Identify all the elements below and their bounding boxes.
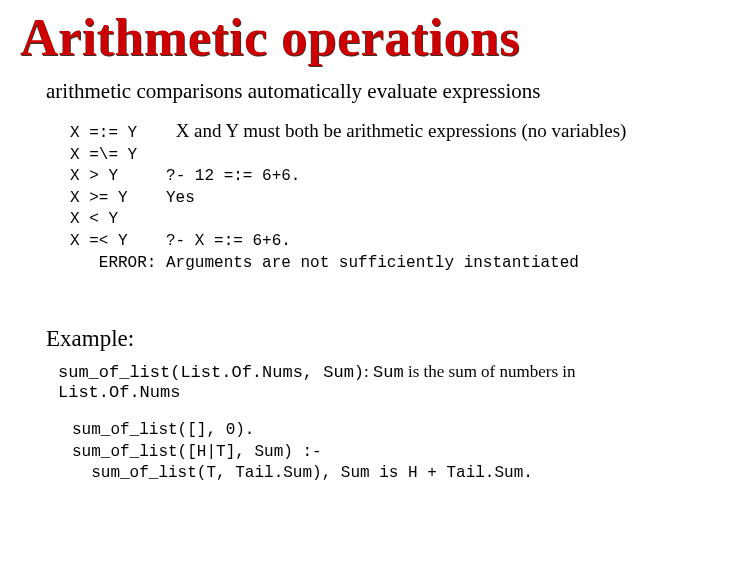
example-description: sum_of_list(List.Of.Nums, Sum): Sum is t… [0,362,756,420]
example-desc-text2: is the sum of numbers in [404,362,576,381]
code-3: X > Y [70,167,118,185]
note-1: X and Y must both be arithmetic expressi… [176,120,627,141]
example-desc-text1: : [364,362,373,381]
output-4: Yes [166,189,195,207]
comparison-operators-block: X =:= Y X and Y must both be arithmetic … [0,118,756,274]
slide-subtitle: arithmetic comparisons automatically eva… [0,79,756,118]
code-1: X =:= Y [70,124,137,142]
code-4: X >= Y [70,189,128,207]
example-code-line-3: sum_of_list(T, Tail.Sum), Sum is H + Tai… [72,463,684,485]
code-line-3: X > Y ?- 12 =:= 6+6. [70,166,686,188]
code-line-2: X =\= Y [70,145,686,167]
example-code-line-1: sum_of_list([], 0). [72,420,684,442]
slide-title: Arithmetic operations [0,0,756,79]
output-6: ?- X =:= 6+6. [166,232,291,250]
example-desc-code1: sum_of_list(List.Of.Nums, Sum) [58,363,364,382]
example-code-line-2: sum_of_list([H|T], Sum) :- [72,442,684,464]
code-line-4: X >= Y Yes [70,188,686,210]
code-line-7: ERROR: Arguments are not sufficiently in… [70,253,686,275]
output-3: ?- 12 =:= 6+6. [166,167,300,185]
example-desc-code2: Sum [373,363,404,382]
code-line-1: X =:= Y X and Y must both be arithmetic … [70,118,686,145]
example-desc-code3: List.Of.Nums [58,383,180,402]
code-line-6: X =< Y ?- X =:= 6+6. [70,231,686,253]
example-heading: Example: [0,274,756,362]
code-6: X =< Y [70,232,128,250]
code-line-5: X < Y [70,209,686,231]
example-code-block: sum_of_list([], 0). sum_of_list([H|T], S… [0,420,756,485]
